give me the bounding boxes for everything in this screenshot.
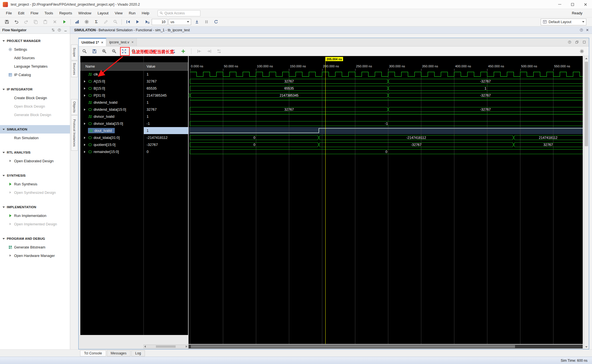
- signal-value-divisor-tdata-15-0[interactable]: -1: [144, 120, 188, 127]
- side-tab-objects[interactable]: Objects: [71, 99, 78, 115]
- waveform-scrollbar-thumb[interactable]: [191, 345, 515, 348]
- flow-item-run-implementation[interactable]: Run Implementation: [0, 211, 70, 220]
- signal-value-dout-tvalid[interactable]: 1: [144, 127, 188, 134]
- maximize-button[interactable]: [566, 0, 579, 9]
- relaunch-button[interactable]: [212, 18, 220, 26]
- flow-item-run-synthesis[interactable]: Run Synthesis: [0, 180, 70, 188]
- tab-ipcore-test-v[interactable]: ipcore_test.v×: [106, 38, 136, 46]
- pause-button[interactable]: [202, 18, 210, 26]
- search-button[interactable]: [80, 47, 89, 56]
- section-rtl-analysis[interactable]: RTL ANALYSIS: [0, 148, 70, 157]
- scroll-up-button[interactable]: [584, 56, 589, 61]
- menu-view[interactable]: View: [112, 9, 126, 17]
- signal-name-divisor-tdata-15-0[interactable]: divisor_tdata[15:0]: [80, 120, 143, 127]
- step-button[interactable]: [193, 18, 201, 26]
- flow-item-ip-catalog[interactable]: IP Catalog: [0, 70, 70, 79]
- menu-reports[interactable]: Reports: [56, 9, 75, 17]
- probe-button[interactable]: [111, 18, 119, 26]
- close-icon[interactable]: [586, 28, 589, 32]
- menu-edit[interactable]: Edit: [15, 9, 27, 17]
- scroll-down-button[interactable]: [584, 345, 589, 349]
- signal-name-b-15-0[interactable]: B[15:0]: [80, 85, 143, 92]
- pencil-button[interactable]: [102, 18, 110, 26]
- save-button[interactable]: [90, 47, 99, 56]
- signal-value-remainder-15-0[interactable]: 0: [144, 148, 188, 155]
- signal-value-a-15-0[interactable]: 32767: [144, 78, 188, 85]
- signal-value-clk[interactable]: 1: [144, 71, 188, 78]
- signal-name-quotient-15-0[interactable]: quotient[15:0]: [80, 141, 143, 148]
- signal-value-divisor-tvalid[interactable]: 1: [144, 113, 188, 120]
- goto-end-button[interactable]: [205, 47, 213, 56]
- tab-messages[interactable]: Messages: [107, 350, 131, 356]
- flow-item-settings[interactable]: Settings: [0, 45, 70, 54]
- vertical-scrollbar[interactable]: [584, 56, 588, 349]
- flow-item-open-hardware-manager[interactable]: Open Hardware Manager: [0, 251, 70, 260]
- signal-value-dout-tdata-31-0[interactable]: -2147418112: [144, 134, 188, 141]
- flow-item-generate-bitstream[interactable]: Generate Bitstream: [0, 243, 70, 251]
- menu-help[interactable]: Help: [139, 9, 153, 17]
- tab-close-icon[interactable]: ×: [101, 40, 103, 45]
- flow-item-open-synthesized-design[interactable]: Open Synthesized Design: [0, 188, 70, 197]
- gear-button[interactable]: [83, 18, 90, 26]
- tab-close-icon[interactable]: ×: [131, 40, 134, 44]
- signal-name-dividend-tvalid[interactable]: dividend_tvalid: [80, 99, 143, 106]
- signal-value-dividend-tvalid[interactable]: 1: [144, 99, 188, 106]
- menu-window[interactable]: Window: [75, 9, 94, 17]
- help-icon[interactable]: ?: [580, 28, 583, 32]
- section-simulation[interactable]: SIMULATION: [0, 125, 70, 134]
- wave-settings-button[interactable]: [578, 47, 586, 56]
- cursor-line[interactable]: [325, 61, 326, 344]
- signal-value-b-15-0[interactable]: 65535: [144, 85, 188, 92]
- swap-cursors-button[interactable]: [215, 47, 223, 56]
- sim-time-input[interactable]: [152, 19, 167, 25]
- help-button[interactable]: ?: [56, 27, 62, 33]
- section-implementation[interactable]: IMPLEMENTATION: [0, 203, 70, 211]
- signal-name-dout-tvalid[interactable]: dout_tvalid: [80, 127, 143, 134]
- collapse-button[interactable]: [63, 27, 68, 33]
- zoom-in-button[interactable]: [100, 47, 109, 56]
- flow-item-add-sources[interactable]: Add Sources: [0, 54, 70, 62]
- undo-button[interactable]: [12, 18, 20, 26]
- flow-item-create-block-design[interactable]: Create Block Design: [0, 94, 70, 102]
- restart-button[interactable]: [124, 18, 132, 26]
- play-button[interactable]: [60, 18, 68, 26]
- signal-name-remainder-15-0[interactable]: remainder[15:0]: [80, 148, 143, 155]
- add-marker-button[interactable]: [179, 47, 187, 56]
- menu-run[interactable]: Run: [126, 9, 139, 17]
- redo-button[interactable]: [22, 18, 30, 26]
- menu-tools[interactable]: Tools: [41, 9, 56, 17]
- layout-select[interactable]: Default Layout: [541, 19, 586, 25]
- flow-item-open-elaborated-design[interactable]: Open Elaborated Design: [0, 157, 70, 165]
- signal-name-dout-tdata-31-0[interactable]: dout_tdata[31:0]: [80, 134, 143, 141]
- signal-name-p-31-0[interactable]: P[31:0]: [80, 92, 143, 99]
- flow-item-generate-block-design[interactable]: Generate Block Design: [0, 110, 70, 119]
- signal-value-quotient-15-0[interactable]: -32767: [144, 141, 188, 148]
- minimize-button[interactable]: [553, 0, 566, 9]
- time-ruler[interactable]: 0.000 ns50.000 ns100.000 ns150.000 ns200…: [189, 62, 583, 71]
- flow-item-run-simulation[interactable]: Run Simulation: [0, 134, 70, 142]
- signal-name-dividend-tdata-15-0[interactable]: dividend_tdata[15:0]: [80, 106, 143, 113]
- copy-button[interactable]: [32, 18, 39, 26]
- waveform-plot-area[interactable]: 205.004 ns 0.000 ns50.000 ns100.000 ns15…: [189, 56, 583, 344]
- tab-log[interactable]: Log: [131, 350, 145, 356]
- flow-item-language-templates[interactable]: Language Templates: [0, 62, 70, 70]
- run-for-button[interactable]: [143, 18, 151, 26]
- time-unit-select[interactable]: us: [169, 19, 191, 25]
- side-tab-sources[interactable]: Sources: [71, 61, 78, 77]
- sigma-button[interactable]: Σ: [92, 18, 100, 26]
- signal-value-p-31-0[interactable]: 2147385345: [144, 92, 188, 99]
- flow-item-open-block-design[interactable]: Open Block Design: [0, 102, 70, 110]
- section-ip-integrator[interactable]: IP INTEGRATOR: [0, 85, 70, 94]
- side-tab-scope[interactable]: Scope: [71, 45, 78, 60]
- section-project-manager[interactable]: PROJECT MANAGER: [0, 37, 70, 45]
- menu-file[interactable]: File: [3, 9, 15, 17]
- value-column-header[interactable]: Value: [144, 62, 188, 71]
- dashboard-button[interactable]: [73, 18, 81, 26]
- delete-button[interactable]: [51, 18, 59, 26]
- signal-name-divisor-tvalid[interactable]: divisor_tvalid: [80, 113, 143, 120]
- paste-button[interactable]: [41, 18, 49, 26]
- signal-value-dividend-tdata-15-0[interactable]: 32767: [144, 106, 188, 113]
- float-button[interactable]: [574, 39, 580, 45]
- help-button[interactable]: ?: [566, 39, 573, 45]
- waveform-horizontal-scrollbar[interactable]: [189, 345, 583, 349]
